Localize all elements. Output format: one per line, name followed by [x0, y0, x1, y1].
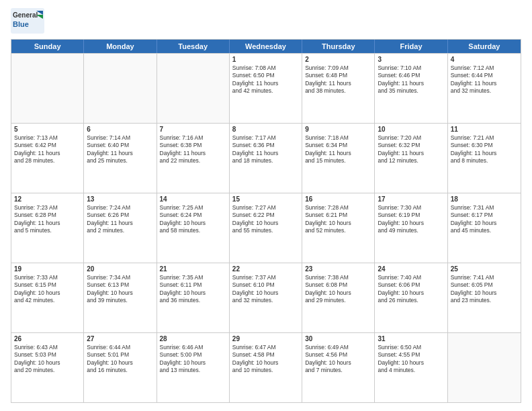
- cell-line: Sunrise: 7:31 AM: [451, 204, 518, 212]
- day-number: 8: [232, 126, 299, 133]
- calendar-day-empty: [11, 54, 84, 123]
- cell-line: Sunset: 6:28 PM: [14, 212, 81, 219]
- cell-line: Sunset: 6:19 PM: [378, 212, 444, 219]
- calendar-row-1: 1Sunrise: 7:08 AMSunset: 6:50 PMDaylight…: [11, 53, 521, 123]
- cell-line: Sunrise: 6:47 AM: [232, 344, 299, 351]
- cell-line: and 32 minutes.: [451, 87, 518, 95]
- cell-line: Sunset: 4:56 PM: [305, 351, 371, 359]
- calendar-day-7: 7Sunrise: 7:16 AMSunset: 6:38 PMDaylight…: [157, 124, 230, 193]
- cell-line: Daylight: 10 hours: [305, 289, 371, 297]
- cell-line: Sunset: 6:17 PM: [451, 212, 518, 219]
- calendar-day-21: 21Sunrise: 7:35 AMSunset: 6:11 PMDayligh…: [157, 263, 230, 332]
- cell-line: Sunrise: 7:12 AM: [451, 64, 518, 72]
- cell-line: and 28 minutes.: [14, 157, 81, 165]
- calendar-day-8: 8Sunrise: 7:17 AMSunset: 6:36 PMDaylight…: [230, 124, 302, 193]
- calendar-day-30: 30Sunrise: 6:49 AMSunset: 4:56 PMDayligh…: [302, 333, 375, 402]
- cell-line: Sunset: 4:55 PM: [378, 351, 444, 359]
- cell-line: Sunset: 6:34 PM: [305, 142, 371, 149]
- cell-line: Sunset: 6:10 PM: [232, 281, 299, 289]
- calendar-row-4: 19Sunrise: 7:33 AMSunset: 6:15 PMDayligh…: [11, 263, 521, 332]
- cell-line: and 38 minutes.: [305, 87, 371, 95]
- cell-line: and 45 minutes.: [451, 227, 518, 234]
- cell-line: Daylight: 11 hours: [378, 150, 444, 157]
- cell-line: and 26 minutes.: [378, 297, 444, 304]
- cell-line: Sunset: 5:01 PM: [87, 351, 153, 359]
- cell-line: Sunrise: 7:40 AM: [378, 274, 444, 281]
- day-number: 4: [451, 56, 518, 63]
- cell-line: Daylight: 11 hours: [87, 220, 153, 227]
- cell-line: Sunset: 6:44 PM: [451, 72, 518, 79]
- calendar-day-5: 5Sunrise: 7:13 AMSunset: 6:42 PMDaylight…: [11, 124, 84, 193]
- weekday-header-sunday: Sunday: [11, 40, 84, 53]
- day-number: 19: [14, 265, 81, 273]
- cell-line: Sunset: 6:40 PM: [87, 142, 153, 149]
- cell-line: Sunset: 6:48 PM: [305, 72, 371, 79]
- cell-line: Sunrise: 7:37 AM: [232, 274, 299, 281]
- cell-line: Sunset: 6:06 PM: [378, 281, 444, 289]
- cell-line: Daylight: 10 hours: [451, 220, 518, 227]
- cell-line: Sunrise: 7:28 AM: [305, 204, 371, 212]
- cell-line: Daylight: 10 hours: [87, 289, 153, 297]
- day-number: 15: [232, 195, 299, 203]
- weekday-header-monday: Monday: [84, 40, 157, 53]
- cell-line: Sunset: 4:58 PM: [232, 351, 299, 359]
- cell-line: Sunset: 6:46 PM: [378, 72, 444, 79]
- calendar-row-5: 26Sunrise: 6:43 AMSunset: 5:03 PMDayligh…: [11, 332, 521, 402]
- cell-line: Daylight: 10 hours: [378, 359, 444, 367]
- cell-line: and 7 minutes.: [305, 367, 371, 374]
- calendar-day-23: 23Sunrise: 7:38 AMSunset: 6:08 PMDayligh…: [302, 263, 375, 332]
- cell-line: and 49 minutes.: [378, 227, 444, 234]
- cell-line: Sunrise: 7:13 AM: [14, 134, 81, 142]
- day-number: 7: [160, 126, 226, 133]
- cell-line: and 55 minutes.: [232, 227, 299, 234]
- calendar-header-row: SundayMondayTuesdayWednesdayThursdayFrid…: [11, 40, 521, 53]
- calendar-day-1: 1Sunrise: 7:08 AMSunset: 6:50 PMDaylight…: [230, 54, 302, 123]
- svg-text:General: General: [13, 11, 38, 19]
- cell-line: Sunrise: 6:43 AM: [14, 344, 81, 351]
- calendar-day-15: 15Sunrise: 7:27 AMSunset: 6:22 PMDayligh…: [230, 193, 302, 263]
- cell-line: Daylight: 10 hours: [305, 220, 371, 227]
- cell-line: Daylight: 11 hours: [160, 150, 226, 157]
- day-number: 1: [232, 56, 299, 63]
- cell-line: Sunset: 6:21 PM: [305, 212, 371, 219]
- cell-line: Daylight: 10 hours: [14, 359, 81, 367]
- cell-line: Sunrise: 6:46 AM: [160, 344, 226, 351]
- calendar-day-28: 28Sunrise: 6:46 AMSunset: 5:00 PMDayligh…: [157, 333, 230, 402]
- calendar-row-3: 12Sunrise: 7:23 AMSunset: 6:28 PMDayligh…: [11, 193, 521, 263]
- cell-line: and 2 minutes.: [87, 227, 153, 234]
- cell-line: and 4 minutes.: [378, 367, 444, 374]
- cell-line: Daylight: 10 hours: [160, 289, 226, 297]
- day-number: 30: [305, 335, 371, 342]
- cell-line: Sunset: 5:03 PM: [14, 351, 81, 359]
- calendar-day-20: 20Sunrise: 7:34 AMSunset: 6:13 PMDayligh…: [84, 263, 157, 332]
- day-number: 21: [160, 265, 226, 273]
- svg-text:Blue: Blue: [13, 20, 29, 28]
- cell-line: Daylight: 10 hours: [87, 359, 153, 367]
- cell-line: Sunset: 6:30 PM: [451, 142, 518, 149]
- cell-line: and 12 minutes.: [378, 157, 444, 165]
- cell-line: and 15 minutes.: [305, 157, 371, 165]
- calendar-day-29: 29Sunrise: 6:47 AMSunset: 4:58 PMDayligh…: [230, 333, 302, 402]
- calendar-day-18: 18Sunrise: 7:31 AMSunset: 6:17 PMDayligh…: [448, 193, 521, 263]
- cell-line: Sunrise: 7:21 AM: [451, 134, 518, 142]
- day-number: 13: [87, 195, 153, 203]
- calendar-day-14: 14Sunrise: 7:25 AMSunset: 6:24 PMDayligh…: [157, 193, 230, 263]
- calendar-day-6: 6Sunrise: 7:14 AMSunset: 6:40 PMDaylight…: [84, 124, 157, 193]
- cell-line: Sunset: 6:05 PM: [451, 281, 518, 289]
- day-number: 27: [87, 335, 153, 342]
- calendar-day-25: 25Sunrise: 7:41 AMSunset: 6:05 PMDayligh…: [448, 263, 521, 332]
- calendar-day-10: 10Sunrise: 7:20 AMSunset: 6:32 PMDayligh…: [375, 124, 447, 193]
- calendar: SundayMondayTuesdayWednesdayThursdayFrid…: [11, 39, 521, 403]
- day-number: 18: [451, 195, 518, 203]
- cell-line: Sunrise: 7:16 AM: [160, 134, 226, 142]
- cell-line: Sunrise: 7:34 AM: [87, 274, 153, 281]
- day-number: 10: [378, 126, 444, 133]
- cell-line: Sunset: 6:42 PM: [14, 142, 81, 149]
- cell-line: and 52 minutes.: [305, 227, 371, 234]
- cell-line: and 22 minutes.: [160, 157, 226, 165]
- cell-line: Sunrise: 6:50 AM: [378, 344, 444, 351]
- calendar-day-19: 19Sunrise: 7:33 AMSunset: 6:15 PMDayligh…: [11, 263, 84, 332]
- calendar-day-empty: [448, 333, 521, 402]
- cell-line: Sunrise: 6:49 AM: [305, 344, 371, 351]
- day-number: 5: [14, 126, 81, 133]
